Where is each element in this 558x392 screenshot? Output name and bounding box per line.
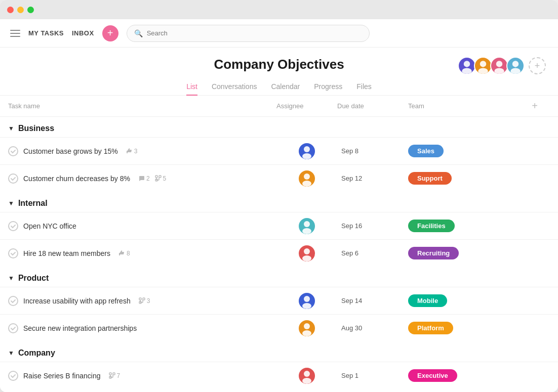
avatar-1[interactable] [458,57,476,75]
task-meta-t5: 3 [139,297,150,304]
task-check-t2[interactable] [8,173,18,184]
svg-point-31 [302,330,311,336]
search-input[interactable] [147,29,362,37]
avatar-2[interactable] [474,57,492,75]
add-task-button[interactable]: + [102,25,118,41]
table-row: Increase usability with app refresh 3 Se… [0,287,558,314]
svg-point-5 [494,68,504,74]
table-header: Task name Assignee Due date Team + [0,96,558,117]
subtask-icon: 3 [139,297,150,304]
table-row: Customer base grows by 15% 3 Sep 8 [0,137,558,164]
task-check-t1[interactable] [8,146,18,156]
table-row: Secure new integration partnerships Aug … [0,314,558,341]
table-row: Raise Series B financing 7 Sep 1 E [0,362,558,389]
tab-files[interactable]: Files [356,78,372,96]
col-due-date: Due date [337,102,408,110]
topnav: MY TASKS INBOX + 🔍 [0,19,558,48]
team-badge-t2: Support [408,172,452,185]
team-badge-t3: Facilities [408,220,455,232]
section-product-label: Product [18,274,49,283]
task-check-t4[interactable] [8,248,18,258]
add-column-button[interactable]: + [520,100,550,112]
svg-point-20 [304,248,310,254]
team-t3: Facilities [408,220,520,232]
subtask-icon: 7 [109,372,121,379]
add-member-button[interactable]: + [529,57,546,74]
task-check-t7[interactable] [8,371,18,381]
due-date-t1: Sep 8 [337,147,408,155]
team-t6: Platform [408,322,520,334]
company-chevron-icon[interactable]: ▼ [8,350,14,357]
svg-point-7 [510,68,521,74]
svg-point-19 [302,228,311,234]
assignee-t7 [276,368,337,384]
svg-rect-33 [113,373,115,375]
task-meta-t1: 3 [126,148,138,155]
task-meta-t2: 2 5 [138,175,166,182]
section-company: ▼ Company [0,341,558,362]
task-table: Task name Assignee Due date Team + ▼ Bus… [0,96,558,392]
table-row: Customer churn decreases by 8% 2 5 [0,164,558,192]
close-button[interactable] [7,7,14,13]
task-name-cell: Customer base grows by 15% 3 [8,146,276,156]
task-name-t6: Secure new integration partnerships [23,324,137,332]
svg-point-1 [462,68,472,74]
task-name-t1: Customer base grows by 15% [23,147,118,155]
table-row: Hire 18 new team members 8 Sep 6 R [0,239,558,267]
svg-point-4 [496,61,502,67]
product-chevron-icon[interactable]: ▼ [8,275,14,282]
task-check-t3[interactable] [8,221,18,231]
col-task-name: Task name [8,102,276,110]
task-name-t5: Increase usability with app refresh [23,297,131,305]
svg-point-3 [478,68,488,74]
team-badge-t6: Platform [408,322,453,334]
inbox-link[interactable]: INBOX [72,29,94,37]
svg-point-2 [480,61,486,67]
team-t1: Sales [408,145,520,157]
team-badge-t4: Recruiting [408,247,459,259]
search-icon: 🔍 [134,29,143,37]
fullscreen-button[interactable] [27,7,34,13]
window-controls [7,7,34,13]
avatar-3[interactable] [490,57,508,75]
tab-conversations[interactable]: Conversations [212,78,257,96]
tab-list[interactable]: List [186,78,197,96]
section-product: ▼ Product [0,267,558,287]
due-date-t4: Sep 6 [337,249,408,257]
hamburger-menu-icon[interactable] [10,30,20,37]
assignee-t5 [276,293,337,309]
task-name-t4: Hire 18 new team members [23,249,110,257]
due-date-t5: Sep 14 [337,297,408,304]
my-tasks-link[interactable]: MY TASKS [28,29,64,37]
avatar-4[interactable] [506,57,525,75]
task-name-t2: Customer churn decreases by 8% [23,175,130,183]
task-meta-t4: 8 [118,250,130,257]
team-badge-t1: Sales [408,145,444,157]
task-name-t3: Open NYC office [23,222,76,230]
svg-rect-32 [109,373,111,375]
tab-progress[interactable]: Progress [314,78,342,96]
section-business: ▼ Business [0,117,558,137]
svg-point-9 [302,153,311,159]
svg-point-17 [302,181,311,187]
svg-point-0 [464,61,470,67]
svg-rect-11 [159,176,161,178]
search-bar: 🔍 [127,25,370,42]
internal-chevron-icon[interactable]: ▼ [8,200,14,207]
task-check-t6[interactable] [8,323,18,333]
due-date-t7: Sep 1 [337,372,408,379]
minimize-button[interactable] [17,7,24,13]
app-body: MY TASKS INBOX + 🔍 Company Objectives [0,19,558,392]
svg-point-8 [304,146,310,152]
view-tabs: List Conversations Calendar Progress Fil… [0,78,558,96]
subtask-icon: 5 [155,175,167,182]
section-business-label: Business [18,124,54,133]
task-check-t5[interactable] [8,296,18,306]
tab-calendar[interactable]: Calendar [271,78,300,96]
svg-point-6 [512,61,519,67]
assignee-t3 [276,218,337,234]
business-chevron-icon[interactable]: ▼ [8,125,14,132]
app-window: MY TASKS INBOX + 🔍 Company Objectives [0,0,558,392]
titlebar [0,0,558,19]
due-date-t3: Sep 16 [337,222,408,230]
